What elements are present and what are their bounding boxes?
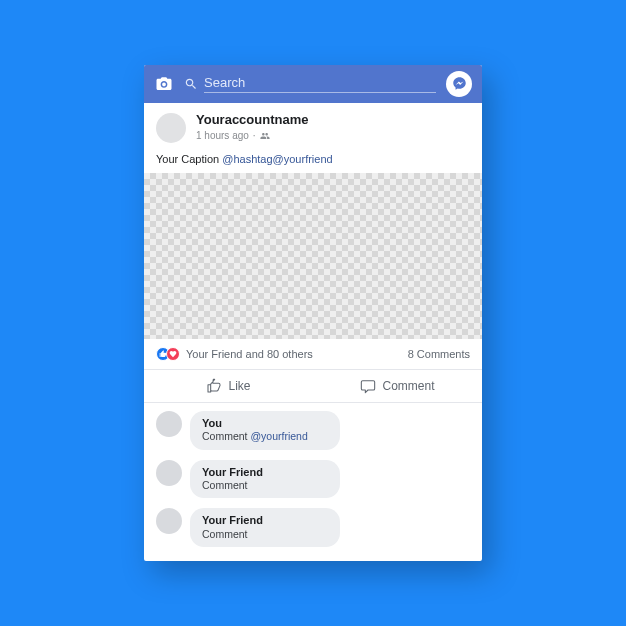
comment-text: Comment @yourfriend [202,430,328,443]
post-header: Youraccountname 1 hours ago · [144,103,482,149]
reactions-row: Your Friend and 80 others 8 Comments [144,339,482,370]
commenter-name: You [202,417,328,430]
search-placeholder: Search [204,75,436,93]
like-button[interactable]: Like [144,370,313,402]
audience-friends-icon [260,131,270,141]
caption-tag[interactable]: @hashtag@yourfriend [222,153,332,165]
commenter-avatar[interactable] [156,460,182,486]
comment-mention[interactable]: @yourfriend [250,430,307,442]
action-bar: Like Comment [144,370,482,403]
messenger-button[interactable] [446,71,472,97]
reactions-text: Your Friend and 80 others [186,348,313,360]
author-name[interactable]: Youraccountname [196,113,308,128]
search-field[interactable]: Search [184,75,436,93]
phone-frame: Search Youraccountname 1 hours ago · You… [144,65,482,561]
reactions-summary[interactable]: Your Friend and 80 others [156,347,313,361]
commenter-avatar[interactable] [156,411,182,437]
comment-text: Comment [202,528,328,541]
commenter-avatar[interactable] [156,508,182,534]
app-header: Search [144,65,482,103]
camera-icon[interactable] [154,75,174,93]
comment-item: Your Friend Comment [156,460,470,499]
author-avatar[interactable] [156,113,186,143]
caption-text: Your Caption [156,153,222,165]
comment-icon [360,378,376,394]
post-caption: Your Caption @hashtag@yourfriend [144,149,482,173]
thumb-up-icon [206,378,222,394]
comment-item: You Comment @yourfriend [156,411,470,450]
reaction-icons [156,347,180,361]
comment-item: Your Friend Comment [156,508,470,547]
comment-button[interactable]: Comment [313,370,482,402]
post-image-placeholder[interactable] [144,173,482,339]
comment-label: Comment [382,379,434,393]
love-reaction-icon [166,347,180,361]
post-meta: 1 hours ago · [196,130,308,142]
comments-list: You Comment @yourfriend Your Friend Comm… [144,403,482,561]
comment-bubble[interactable]: You Comment @yourfriend [190,411,340,450]
search-icon [184,77,198,91]
like-label: Like [228,379,250,393]
post-header-text: Youraccountname 1 hours ago · [196,113,308,143]
commenter-name: Your Friend [202,466,328,479]
comments-count[interactable]: 8 Comments [408,348,470,360]
comment-bubble[interactable]: Your Friend Comment [190,508,340,547]
commenter-name: Your Friend [202,514,328,527]
comment-bubble[interactable]: Your Friend Comment [190,460,340,499]
comment-text: Comment [202,479,328,492]
meta-separator: · [253,130,256,142]
messenger-icon [452,76,467,91]
post-time: 1 hours ago [196,130,249,142]
